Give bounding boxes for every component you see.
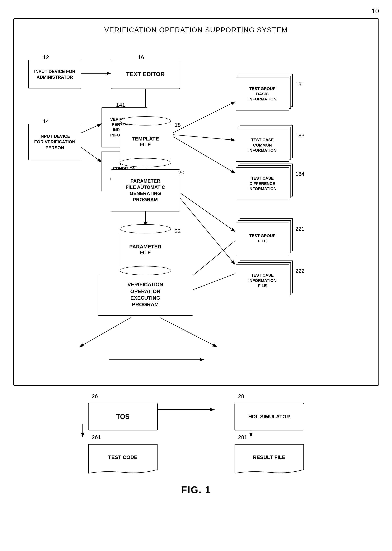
tos-box: TOS (88, 403, 158, 430)
ref-221: 221 (295, 226, 305, 232)
ref-16: 16 (138, 54, 144, 60)
fig-label: FIG. 1 (13, 484, 379, 495)
ref-22: 22 (175, 228, 181, 234)
template-file-cylinder: TEMPLATEFILE (120, 116, 171, 167)
diagram: INPUT DEVICE FORADMINISTRATOR 12 TEXT ED… (25, 45, 367, 374)
svg-line-13 (173, 188, 235, 232)
svg-line-15 (80, 318, 131, 347)
ref-18: 18 (175, 122, 181, 128)
page-container: 10 VERIFICATION OPERATION SUPPORTING SYS… (13, 7, 379, 495)
ref-183: 183 (295, 133, 305, 139)
test-case-diff-label: TEST CASEDIFFERENCEINFORMATION (248, 176, 277, 192)
ref-28: 28 (238, 393, 244, 399)
ref-222: 222 (295, 268, 305, 274)
param-file-label: PARAMETERFILE (129, 244, 161, 256)
svg-line-14 (173, 189, 235, 265)
input-verif-box: INPUT DEVICEFOR VERIFICATIONPERSON (28, 124, 81, 160)
svg-line-11 (173, 135, 235, 140)
test-group-basic-label: TEST GROUPBASICINFORMATION (248, 86, 277, 102)
input-verif-label: INPUT DEVICEFOR VERIFICATIONPERSON (34, 133, 75, 151)
text-editor-label: TEXT EDITOR (126, 70, 165, 78)
ref-14: 14 (43, 118, 49, 124)
arrows-svg (25, 45, 367, 374)
test-case-diff-box: TEST CASEDIFFERENCEINFORMATION (236, 167, 289, 200)
tos-column: 26 TOS 261 TEST CODE (88, 393, 158, 473)
ref-20: 20 (178, 169, 184, 176)
svg-line-16 (160, 318, 217, 347)
param-file-cylinder: PARAMETERFILE (120, 224, 171, 275)
verif-exec-box: VERIFICATIONOPERATIONEXECUTINGPROGRAM (98, 274, 193, 316)
ref-26: 26 (92, 393, 98, 399)
verif-exec-label: VERIFICATIONOPERATIONEXECUTINGPROGRAM (127, 281, 163, 308)
test-case-common-box: TEST CASECOMMONINFORMATION (236, 129, 289, 162)
test-group-file-label: TEST GROUPFILE (249, 233, 275, 244)
ref-184: 184 (295, 171, 305, 177)
ref-12: 12 (43, 54, 49, 60)
test-case-info-label: TEST CASEINFORMATIONFILE (248, 273, 277, 288)
result-file-label: RESULT FILE (253, 454, 285, 460)
result-file-wrapper: RESULT FILE (235, 444, 304, 473)
ref-261: 261 (92, 434, 101, 440)
ref-141: 141 (116, 102, 125, 108)
ref-281: 281 (238, 434, 247, 440)
svg-line-4 (81, 124, 102, 133)
ref-10: 10 (371, 7, 379, 15)
input-admin-box: INPUT DEVICE FORADMINISTRATOR (28, 60, 81, 89)
hdl-sim-box: HDL SIMULATOR (235, 403, 304, 430)
test-code-label: TEST CODE (108, 454, 137, 460)
test-code-wrapper: TEST CODE (88, 444, 158, 473)
template-file-label: TEMPLATEFILE (132, 136, 159, 148)
hdl-column: 28 HDL SIMULATOR 281 RESULT FILE (235, 393, 304, 473)
below-box-section: 26 TOS 261 TEST CODE 28 (13, 393, 379, 473)
test-case-common-label: TEST CASECOMMONINFORMATION (248, 137, 277, 153)
svg-line-5 (81, 147, 102, 162)
text-editor-box: TEXT EDITOR (111, 60, 180, 89)
param-program-label: PARAMETERFILE AUTOMATICGENERATINGPROGRAM (126, 178, 165, 203)
svg-line-10 (173, 102, 235, 133)
param-program-box: PARAMETERFILE AUTOMATICGENERATINGPROGRAM (111, 169, 180, 211)
input-admin-label: INPUT DEVICE FORADMINISTRATOR (34, 69, 75, 80)
test-case-info-box: TEST CASEINFORMATIONFILE (236, 264, 289, 297)
tos-label: TOS (116, 412, 130, 421)
main-title: VERIFICATION OPERATION SUPPORTING SYSTEM (25, 26, 367, 34)
hdl-sim-label: HDL SIMULATOR (248, 413, 290, 420)
test-group-file-box: TEST GROUPFILE (236, 222, 289, 255)
main-system-box: VERIFICATION OPERATION SUPPORTING SYSTEM (13, 18, 379, 386)
svg-line-12 (173, 136, 235, 173)
ref-181: 181 (295, 81, 305, 87)
test-group-basic-box: TEST GROUPBASICINFORMATION (236, 77, 289, 111)
